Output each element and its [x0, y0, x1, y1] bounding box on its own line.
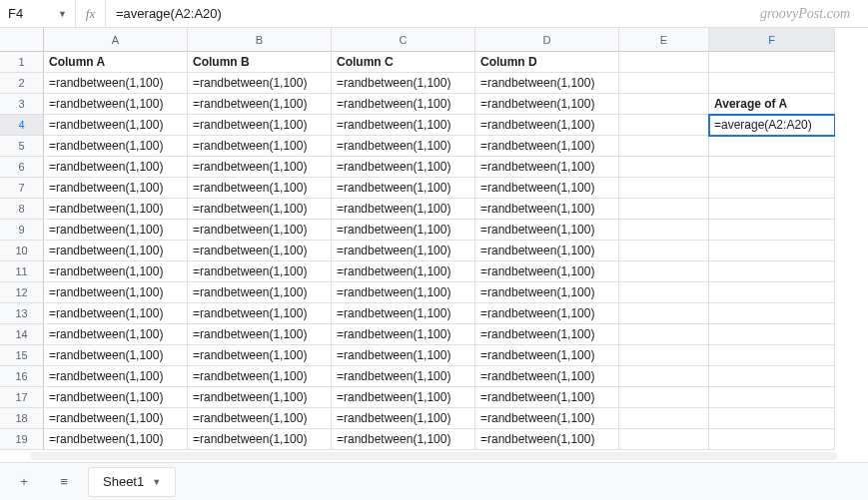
- cell-F6[interactable]: [709, 157, 835, 178]
- cell-C4[interactable]: =randbetween(1,100): [332, 115, 475, 136]
- horizontal-scrollbar[interactable]: [30, 452, 838, 460]
- cell-F5[interactable]: [709, 136, 835, 157]
- cell-D10[interactable]: =randbetween(1,100): [475, 241, 619, 261]
- row-header-11[interactable]: 11: [0, 261, 44, 282]
- cell-C5[interactable]: =randbetween(1,100): [332, 136, 475, 157]
- cell-B16[interactable]: =randbetween(1,100): [188, 366, 332, 387]
- row-header-4[interactable]: 4: [0, 115, 44, 136]
- cell-E7[interactable]: [619, 178, 709, 199]
- select-all-corner[interactable]: [0, 28, 44, 52]
- cell-E19[interactable]: [619, 429, 709, 450]
- cell-E3[interactable]: [619, 94, 709, 115]
- cell-A18[interactable]: =randbetween(1,100): [44, 408, 188, 429]
- cell-D11[interactable]: =randbetween(1,100): [475, 261, 619, 282]
- cell-D18[interactable]: =randbetween(1,100): [475, 408, 619, 429]
- cell-F12[interactable]: [709, 282, 835, 303]
- cell-C17[interactable]: =randbetween(1,100): [332, 387, 475, 408]
- cell-D15[interactable]: =randbetween(1,100): [475, 345, 619, 366]
- cell-D14[interactable]: =randbetween(1,100): [475, 324, 619, 345]
- cell-A10[interactable]: =randbetween(1,100): [44, 241, 188, 261]
- row-header-16[interactable]: 16: [0, 366, 44, 387]
- cell-E17[interactable]: [619, 387, 709, 408]
- cell-B10[interactable]: =randbetween(1,100): [188, 241, 332, 261]
- cell-E9[interactable]: [619, 220, 709, 241]
- cell-A15[interactable]: =randbetween(1,100): [44, 345, 188, 366]
- cell-B18[interactable]: =randbetween(1,100): [188, 408, 332, 429]
- cell-D7[interactable]: =randbetween(1,100): [475, 178, 619, 199]
- cell-E5[interactable]: [619, 136, 709, 157]
- cell-D17[interactable]: =randbetween(1,100): [475, 387, 619, 408]
- cell-E1[interactable]: [619, 52, 709, 73]
- cell-C6[interactable]: =randbetween(1,100): [332, 157, 475, 178]
- cell-E8[interactable]: [619, 199, 709, 220]
- cell-E16[interactable]: [619, 366, 709, 387]
- cell-F19[interactable]: [709, 429, 835, 450]
- cell-C3[interactable]: =randbetween(1,100): [332, 94, 475, 115]
- row-header-1[interactable]: 1: [0, 52, 44, 73]
- cell-B8[interactable]: =randbetween(1,100): [188, 199, 332, 220]
- cell-F8[interactable]: [709, 199, 835, 220]
- cell-E18[interactable]: [619, 408, 709, 429]
- cell-E12[interactable]: [619, 282, 709, 303]
- cell-F17[interactable]: [709, 387, 835, 408]
- cell-A3[interactable]: =randbetween(1,100): [44, 94, 188, 115]
- cell-E15[interactable]: [619, 345, 709, 366]
- cell-A12[interactable]: =randbetween(1,100): [44, 282, 188, 303]
- row-header-18[interactable]: 18: [0, 408, 44, 429]
- cell-D12[interactable]: =randbetween(1,100): [475, 282, 619, 303]
- column-header-F[interactable]: F: [709, 28, 835, 52]
- sheet-tab[interactable]: Sheet1 ▼: [88, 467, 176, 497]
- row-header-13[interactable]: 13: [0, 303, 44, 324]
- cell-D9[interactable]: =randbetween(1,100): [475, 220, 619, 241]
- cell-E11[interactable]: [619, 261, 709, 282]
- row-header-12[interactable]: 12: [0, 282, 44, 303]
- cell-B4[interactable]: =randbetween(1,100): [188, 115, 332, 136]
- cell-A2[interactable]: =randbetween(1,100): [44, 73, 188, 94]
- cell-B7[interactable]: =randbetween(1,100): [188, 178, 332, 199]
- cell-A19[interactable]: =randbetween(1,100): [44, 429, 188, 450]
- cell-B17[interactable]: =randbetween(1,100): [188, 387, 332, 408]
- cell-D5[interactable]: =randbetween(1,100): [475, 136, 619, 157]
- cell-A14[interactable]: =randbetween(1,100): [44, 324, 188, 345]
- row-header-7[interactable]: 7: [0, 178, 44, 199]
- cell-D13[interactable]: =randbetween(1,100): [475, 303, 619, 324]
- cell-B9[interactable]: =randbetween(1,100): [188, 220, 332, 241]
- formula-input[interactable]: =average(A2:A20): [106, 0, 868, 27]
- cell-C1[interactable]: Column C: [332, 52, 475, 73]
- name-box[interactable]: F4 ▼: [0, 0, 76, 27]
- cell-C16[interactable]: =randbetween(1,100): [332, 366, 475, 387]
- cell-E6[interactable]: [619, 157, 709, 178]
- cell-A8[interactable]: =randbetween(1,100): [44, 199, 188, 220]
- row-header-5[interactable]: 5: [0, 136, 44, 157]
- cell-D8[interactable]: =randbetween(1,100): [475, 199, 619, 220]
- row-header-8[interactable]: 8: [0, 199, 44, 220]
- cell-D6[interactable]: =randbetween(1,100): [475, 157, 619, 178]
- column-header-E[interactable]: E: [619, 28, 709, 52]
- cell-B11[interactable]: =randbetween(1,100): [188, 261, 332, 282]
- cell-D16[interactable]: =randbetween(1,100): [475, 366, 619, 387]
- cell-B3[interactable]: =randbetween(1,100): [188, 94, 332, 115]
- cell-F10[interactable]: [709, 241, 835, 261]
- column-header-C[interactable]: C: [332, 28, 475, 52]
- cell-E2[interactable]: [619, 73, 709, 94]
- cell-A9[interactable]: =randbetween(1,100): [44, 220, 188, 241]
- cell-A13[interactable]: =randbetween(1,100): [44, 303, 188, 324]
- row-header-19[interactable]: 19: [0, 429, 44, 450]
- cell-A11[interactable]: =randbetween(1,100): [44, 261, 188, 282]
- cell-B19[interactable]: =randbetween(1,100): [188, 429, 332, 450]
- cell-C10[interactable]: =randbetween(1,100): [332, 241, 475, 261]
- cell-D3[interactable]: =randbetween(1,100): [475, 94, 619, 115]
- cell-C18[interactable]: =randbetween(1,100): [332, 408, 475, 429]
- cell-B2[interactable]: =randbetween(1,100): [188, 73, 332, 94]
- cell-C13[interactable]: =randbetween(1,100): [332, 303, 475, 324]
- cell-F16[interactable]: [709, 366, 835, 387]
- cell-F3[interactable]: Average of A: [709, 94, 835, 115]
- row-header-9[interactable]: 9: [0, 220, 44, 241]
- cell-D4[interactable]: =randbetween(1,100): [475, 115, 619, 136]
- cell-D1[interactable]: Column D: [475, 52, 619, 73]
- all-sheets-button[interactable]: ≡: [48, 468, 80, 496]
- cell-C9[interactable]: =randbetween(1,100): [332, 220, 475, 241]
- cell-E13[interactable]: [619, 303, 709, 324]
- cell-F1[interactable]: [709, 52, 835, 73]
- cell-C2[interactable]: =randbetween(1,100): [332, 73, 475, 94]
